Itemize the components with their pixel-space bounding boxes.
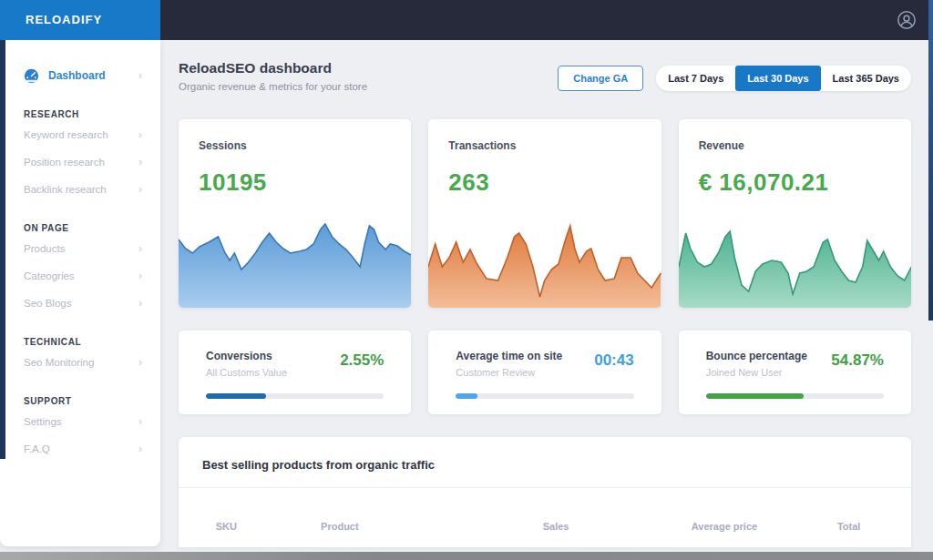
page-subtitle: Organic revenue & metrics for your store xyxy=(179,81,367,92)
sidebar-item-products[interactable]: Products › xyxy=(0,235,160,262)
column-header-product[interactable]: Product xyxy=(321,521,359,532)
sessions-label: Sessions xyxy=(199,139,411,152)
sessions-area-chart xyxy=(179,217,411,308)
range-last-30-days-button[interactable]: Last 30 Days xyxy=(735,66,820,91)
chevron-right-icon: › xyxy=(138,157,142,168)
avg-time-progress-fill xyxy=(456,393,477,399)
conversions-subtitle: All Customs Value xyxy=(206,367,287,378)
bounce-subtitle: Joined New User xyxy=(706,367,807,378)
revenue-value: € 16,070.21 xyxy=(699,168,911,197)
change-ga-button[interactable]: Change GA xyxy=(558,66,643,91)
best-sellers-table-card: Best selling products from organic traff… xyxy=(179,437,911,547)
section-label: ON PAGE xyxy=(24,223,137,233)
page-header: ReloadSEO dashboard Organic revenue & me… xyxy=(179,60,911,92)
avg-time-card: Average time on site Customer Review 00:… xyxy=(428,331,661,414)
page-title: ReloadSEO dashboard xyxy=(179,60,367,76)
sidebar-section-technical: TECHNICAL Seo Monitoring › xyxy=(0,337,160,376)
transactions-area-chart xyxy=(428,217,661,308)
bounce-value: 54.87% xyxy=(831,351,884,370)
sidebar-section-research: RESEARCH Keyword research › Position res… xyxy=(0,109,160,203)
sidebar: Dashboard › RESEARCH Keyword research › … xyxy=(0,40,160,546)
sidebar-item-faq[interactable]: F.A.Q › xyxy=(0,435,160,463)
conversions-value: 2.55% xyxy=(340,351,384,370)
sidebar-item-keyword-research[interactable]: Keyword research › xyxy=(0,121,160,148)
header-actions: Change GA Last 7 Days Last 30 Days Last … xyxy=(558,66,911,91)
chevron-right-icon: › xyxy=(138,129,142,140)
sidebar-item-categories[interactable]: Cateogries › xyxy=(0,262,160,290)
sidebar-section-support: SUPPORT Settings › F.A.Q › xyxy=(0,396,160,463)
column-header-average-price[interactable]: Average price xyxy=(692,521,757,532)
column-header-sku[interactable]: SKU xyxy=(216,521,237,532)
right-edge-border xyxy=(928,0,933,321)
chevron-right-icon: › xyxy=(138,70,142,81)
sidebar-item-seo-blogs[interactable]: Seo Blogs › xyxy=(0,290,160,317)
range-last-365-days-button[interactable]: Last 365 Days xyxy=(821,66,911,91)
conversions-card: Conversions All Customs Value 2.55% xyxy=(179,331,411,414)
avg-time-subtitle: Customer Review xyxy=(456,367,562,378)
bounce-card: Bounce percentage Joined New User 54.87% xyxy=(679,331,911,414)
conversions-title: Conversions xyxy=(206,350,287,362)
sidebar-item-seo-monitoring[interactable]: Seo Monitoring › xyxy=(0,349,160,376)
range-last-7-days-button[interactable]: Last 7 Days xyxy=(656,66,735,91)
section-label: SUPPORT xyxy=(24,396,137,406)
left-edge-border xyxy=(0,40,5,459)
chevron-right-icon: › xyxy=(138,184,142,195)
logo-box: RELOADIFY xyxy=(0,0,160,40)
sidebar-item-position-research[interactable]: Position research › xyxy=(0,148,160,176)
avg-time-title: Average time on site xyxy=(456,350,562,362)
bottom-edge-border xyxy=(0,552,933,560)
brand-logo: RELOADIFY xyxy=(0,0,160,40)
metric-card-row: Conversions All Customs Value 2.55% Aver… xyxy=(179,331,911,414)
revenue-label: Revenue xyxy=(699,139,911,152)
user-avatar-icon[interactable] xyxy=(897,10,917,30)
avg-time-progress-track xyxy=(456,393,633,399)
transactions-value: 263 xyxy=(448,168,661,197)
page-title-block: ReloadSEO dashboard Organic revenue & me… xyxy=(179,60,367,92)
chevron-right-icon: › xyxy=(138,270,142,281)
section-label: TECHNICAL xyxy=(24,337,137,347)
avg-time-value: 00:43 xyxy=(594,351,633,370)
top-bar: RELOADIFY xyxy=(0,0,933,40)
chevron-right-icon: › xyxy=(138,416,142,427)
revenue-card: Revenue € 16,070.21 xyxy=(679,119,911,308)
transactions-label: Transactions xyxy=(448,139,661,152)
sessions-value: 10195 xyxy=(199,168,411,197)
chevron-right-icon: › xyxy=(138,298,142,309)
bounce-progress-fill xyxy=(706,393,804,399)
sidebar-item-label: Dashboard xyxy=(48,69,129,82)
bounce-title: Bounce percentage xyxy=(706,350,807,362)
sessions-card: Sessions 10195 xyxy=(179,119,411,308)
table-title: Best selling products from organic traff… xyxy=(179,437,911,488)
sidebar-item-backlink-research[interactable]: Backlink research › xyxy=(0,176,160,203)
transactions-card: Transactions 263 xyxy=(428,119,661,308)
dashboard-icon xyxy=(24,68,39,84)
sidebar-section-on-page: ON PAGE Products › Cateogries › Seo Blog… xyxy=(0,223,160,317)
stat-card-row: Sessions 10195 Transactions 263 Revenue … xyxy=(179,119,911,308)
section-label: RESEARCH xyxy=(24,109,137,119)
conversions-progress-track xyxy=(206,393,384,399)
chevron-right-icon: › xyxy=(138,357,142,368)
date-range-group: Last 7 Days Last 30 Days Last 365 Days xyxy=(656,66,911,91)
sidebar-item-dashboard[interactable]: Dashboard › xyxy=(0,62,160,89)
sidebar-item-settings[interactable]: Settings › xyxy=(0,408,160,435)
chevron-right-icon: › xyxy=(138,443,142,454)
chevron-right-icon: › xyxy=(138,243,142,254)
bounce-progress-track xyxy=(706,393,884,399)
column-header-sales[interactable]: Sales xyxy=(543,521,569,532)
conversions-progress-fill xyxy=(206,393,266,399)
revenue-area-chart xyxy=(679,217,911,308)
column-header-total[interactable]: Total xyxy=(837,521,860,532)
